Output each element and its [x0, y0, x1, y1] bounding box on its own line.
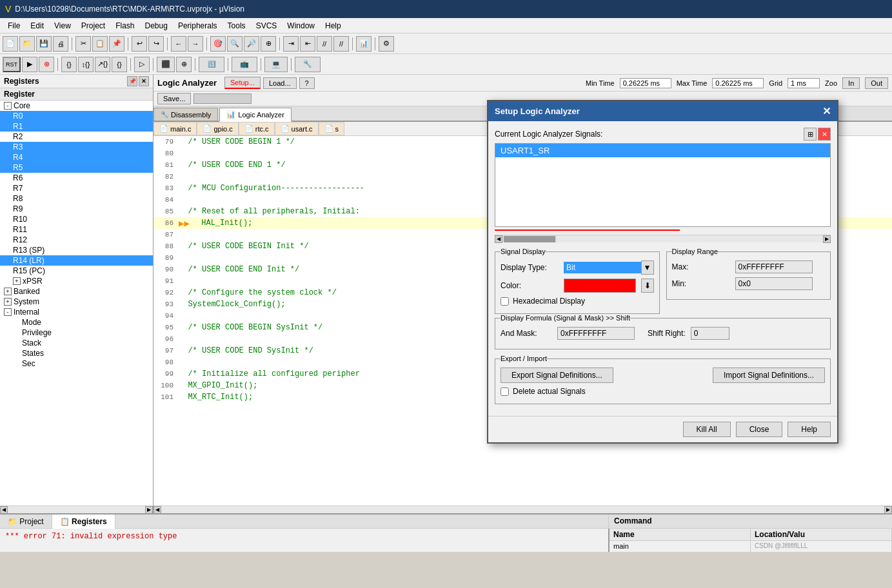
min-row: Min:	[672, 277, 826, 290]
signal-list-btns: ⊞ ✕	[804, 128, 831, 141]
new-signal-icon[interactable]: ⊞	[804, 128, 817, 141]
hex-display-checkbox[interactable]	[501, 297, 509, 306]
color-arrow[interactable]: ⬇	[641, 279, 654, 293]
shift-right-label: Shift Right:	[648, 329, 686, 338]
sig-hscroll-right[interactable]: ▶	[823, 235, 831, 243]
color-picker[interactable]	[564, 279, 636, 293]
export-import-legend: Export / Import	[501, 355, 547, 362]
min-label: Min:	[672, 279, 730, 288]
display-type-arrow[interactable]: ▼	[641, 260, 654, 275]
display-range-fieldset: Display Range Max: Min:	[666, 248, 831, 300]
export-import-fieldset: Export / Import Export Signal Definition…	[495, 355, 831, 404]
export-btn[interactable]: Export Signal Definitions...	[501, 368, 613, 383]
two-col-section: Signal Display Display Type: Bit ▼ Color…	[495, 248, 831, 314]
display-type-row: Display Type: Bit ▼	[501, 260, 654, 275]
red-underline-decor	[495, 230, 831, 232]
signal-display-fieldset: Signal Display Display Type: Bit ▼ Color…	[495, 248, 660, 314]
formula-row: And Mask: Shift Right:	[501, 327, 825, 340]
signals-header-label: Current Logic Analyzer Signals:	[495, 130, 602, 139]
export-import-row: Export Signal Definitions... Import Sign…	[501, 368, 825, 383]
delete-signals-label: Delete actual Signals	[513, 387, 586, 396]
display-range-section: Display Range Max: Min:	[666, 248, 831, 314]
close-btn[interactable]: Close	[736, 422, 783, 437]
hex-display-row: Hexadecimal Display	[501, 297, 654, 306]
dialog-close-btn[interactable]: ✕	[822, 105, 831, 117]
signal-usart1-sr[interactable]: USART1_SR	[495, 144, 830, 157]
sig-hscroll-left[interactable]: ◀	[495, 235, 502, 243]
red-line	[495, 230, 680, 231]
display-type-label: Display Type:	[501, 263, 559, 272]
display-type-value: Bit	[564, 262, 641, 273]
dialog-footer: Kill All Close Help	[488, 416, 837, 442]
formula-legend: Display Formula (Signal & Mask) >> Shift	[501, 314, 630, 322]
import-btn[interactable]: Import Signal Definitions...	[713, 368, 825, 383]
sig-hscroll-track[interactable]	[557, 235, 823, 242]
max-row: Max:	[672, 260, 826, 273]
and-mask-label: And Mask:	[501, 329, 552, 338]
kill-all-btn[interactable]: Kill All	[683, 422, 731, 437]
dialog-body: Current Logic Analyzer Signals: ⊞ ✕ USAR…	[488, 121, 837, 416]
display-type-select[interactable]: Bit ▼	[564, 260, 654, 275]
signal-list[interactable]: USART1_SR	[495, 143, 831, 227]
delete-signal-icon[interactable]: ✕	[818, 128, 831, 141]
signal-name: USART1_SR	[501, 146, 550, 155]
color-label: Color:	[501, 281, 559, 290]
and-mask-input[interactable]	[557, 327, 635, 340]
display-range-legend: Display Range	[672, 248, 719, 255]
dialog-title-bar: Setup Logic Analyzer ✕	[488, 101, 837, 121]
max-input[interactable]	[735, 260, 813, 273]
signals-header-row: Current Logic Analyzer Signals: ⊞ ✕	[495, 128, 831, 141]
min-input[interactable]	[735, 277, 813, 290]
dialog-help-btn[interactable]: Help	[788, 422, 831, 437]
formula-fieldset: Display Formula (Signal & Mask) >> Shift…	[495, 314, 831, 349]
signal-display-section: Signal Display Display Type: Bit ▼ Color…	[495, 248, 660, 314]
signal-display-legend: Signal Display	[501, 248, 546, 255]
hex-display-label: Hexadecimal Display	[513, 297, 585, 306]
color-row: Color: ⬇	[501, 279, 654, 293]
shift-right-input[interactable]	[691, 327, 729, 340]
dialog-title-text: Setup Logic Analyzer	[495, 106, 580, 116]
sig-scroll-thumb[interactable]	[504, 236, 555, 242]
setup-dialog: Setup Logic Analyzer ✕ Current Logic Ana…	[487, 100, 838, 444]
delete-signals-checkbox[interactable]	[501, 387, 509, 396]
signal-hscroll[interactable]: ◀ ▶	[495, 235, 831, 242]
delete-signals-row: Delete actual Signals	[501, 387, 825, 396]
max-label: Max:	[672, 262, 730, 271]
dialog-overlay: Setup Logic Analyzer ✕ Current Logic Ana…	[0, 0, 892, 588]
